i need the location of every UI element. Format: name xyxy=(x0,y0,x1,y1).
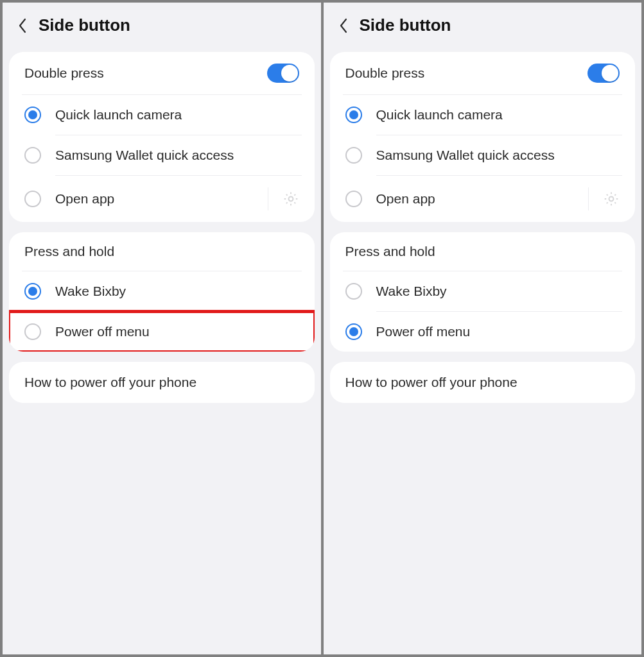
double-press-toggle[interactable] xyxy=(587,64,620,83)
option-label: Quick launch camera xyxy=(376,107,620,123)
radio-icon xyxy=(345,283,362,300)
option-power-off-menu[interactable]: Power off menu xyxy=(330,312,636,352)
press-hold-card: Press and hold Wake Bixby Power off menu xyxy=(330,232,636,352)
double-press-header-row: Double press xyxy=(330,52,636,94)
press-hold-header: Press and hold xyxy=(24,244,114,259)
double-press-header-row: Double press xyxy=(9,52,315,94)
option-label: Wake Bixby xyxy=(376,284,620,299)
option-label: Samsung Wallet quick access xyxy=(376,148,620,163)
option-label: Power off menu xyxy=(376,324,620,339)
option-label: Samsung Wallet quick access xyxy=(55,148,299,163)
page-title: Side button xyxy=(39,15,130,35)
double-press-header: Double press xyxy=(24,65,104,81)
option-quick-launch-camera[interactable]: Quick launch camera xyxy=(330,95,636,135)
how-to-power-off-link[interactable]: How to power off your phone xyxy=(330,362,636,403)
radio-icon xyxy=(345,323,362,340)
option-open-app[interactable]: Open app xyxy=(330,176,636,222)
how-to-power-off-link[interactable]: How to power off your phone xyxy=(9,362,315,403)
option-wake-bixby[interactable]: Wake Bixby xyxy=(330,271,636,311)
radio-icon xyxy=(345,107,362,123)
settings-screen-left: Side button Double press Quick launch ca… xyxy=(3,3,321,654)
option-wake-bixby[interactable]: Wake Bixby xyxy=(9,271,315,311)
link-label: How to power off your phone xyxy=(345,375,518,389)
settings-screen-right: Side button Double press Quick launch ca… xyxy=(324,3,642,654)
option-samsung-wallet[interactable]: Samsung Wallet quick access xyxy=(330,135,636,175)
option-power-off-menu[interactable]: Power off menu xyxy=(9,312,315,352)
option-label: Quick launch camera xyxy=(55,107,299,123)
header: Side button xyxy=(3,3,321,47)
back-icon[interactable] xyxy=(18,18,27,33)
option-samsung-wallet[interactable]: Samsung Wallet quick access xyxy=(9,135,315,175)
page-title: Side button xyxy=(360,15,451,35)
option-label: Wake Bixby xyxy=(55,284,299,299)
double-press-toggle[interactable] xyxy=(267,64,299,83)
option-label: Open app xyxy=(55,191,254,207)
option-open-app[interactable]: Open app xyxy=(9,176,315,222)
radio-icon xyxy=(345,147,362,164)
link-label: How to power off your phone xyxy=(24,375,196,389)
radio-icon xyxy=(24,283,41,300)
press-hold-header-row: Press and hold xyxy=(9,232,315,271)
header: Side button xyxy=(324,3,642,47)
svg-point-0 xyxy=(288,197,293,201)
radio-icon xyxy=(24,191,41,207)
option-quick-launch-camera[interactable]: Quick launch camera xyxy=(9,95,315,135)
radio-icon xyxy=(24,323,41,340)
radio-icon xyxy=(24,107,41,123)
press-hold-header-row: Press and hold xyxy=(330,232,636,271)
open-app-settings-button[interactable] xyxy=(268,187,299,210)
press-hold-card: Press and hold Wake Bixby Power off menu xyxy=(9,232,315,352)
open-app-settings-button[interactable] xyxy=(588,187,620,210)
option-label: Open app xyxy=(376,191,575,207)
double-press-header: Double press xyxy=(345,65,425,81)
option-label: Power off menu xyxy=(55,324,299,339)
double-press-card: Double press Quick launch camera Samsung… xyxy=(9,52,315,222)
back-icon[interactable] xyxy=(339,18,348,33)
radio-icon xyxy=(24,147,41,164)
double-press-card: Double press Quick launch camera Samsung… xyxy=(330,52,636,222)
svg-point-1 xyxy=(609,197,614,201)
gear-icon xyxy=(603,191,620,207)
gear-icon xyxy=(283,191,299,207)
radio-icon xyxy=(345,191,362,207)
press-hold-header: Press and hold xyxy=(345,244,435,259)
